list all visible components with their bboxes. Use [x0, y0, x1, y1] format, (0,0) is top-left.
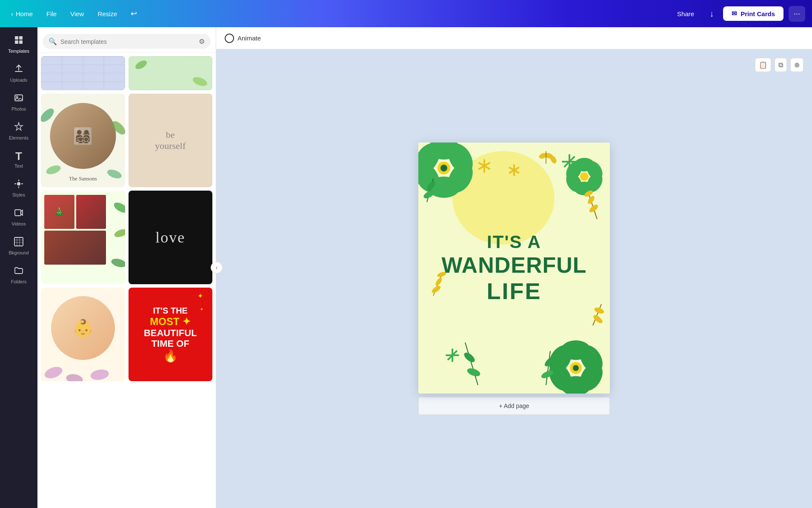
undo-button[interactable]: ↩	[126, 6, 141, 21]
view-label: View	[70, 10, 84, 17]
svg-line-76	[427, 179, 433, 202]
more-options-button[interactable]: ···	[789, 6, 805, 22]
notes-button[interactable]: 📋	[755, 58, 771, 72]
svg-point-65	[538, 152, 548, 160]
home-button[interactable]: ‹ Home	[7, 8, 37, 20]
sidebar-item-text[interactable]: T Text	[3, 146, 35, 173]
card-line1: IT'S A	[441, 232, 586, 252]
svg-rect-7	[15, 210, 21, 216]
svg-rect-61	[562, 161, 577, 163]
list-item[interactable]: love	[129, 191, 213, 284]
template-text-label: beyourself	[155, 129, 186, 151]
svg-point-84	[466, 367, 481, 378]
design-card[interactable]: IT'S A WANDERFUL LIFE	[418, 143, 610, 394]
print-cards-label: Print Cards	[741, 10, 775, 17]
list-item[interactable]: 👨‍👩‍👧‍👦 The Sansons	[41, 94, 125, 187]
templates-grid: 👨‍👩‍👧‍👦 The Sansons beyourself 🎄	[37, 53, 216, 508]
sidebar-item-templates[interactable]: Templates	[3, 31, 35, 58]
svg-point-47	[570, 362, 582, 374]
animate-label[interactable]: Animate	[237, 34, 261, 42]
svg-point-25	[113, 228, 125, 239]
template-subtitle-label: The Sansons	[41, 175, 125, 182]
background-icon	[14, 237, 24, 248]
sidebar-item-photos[interactable]: Photos	[3, 88, 35, 116]
envelope-icon: ✉	[732, 10, 737, 17]
download-button[interactable]: ↓	[705, 6, 718, 21]
svg-rect-57	[478, 162, 491, 170]
add-page-icon-button[interactable]: ⊕	[790, 58, 803, 72]
list-item[interactable]	[129, 56, 213, 90]
hide-panel-button[interactable]: ‹	[211, 262, 223, 274]
share-label: Share	[677, 10, 694, 17]
svg-line-69	[589, 194, 597, 219]
resize-menu-button[interactable]: Resize	[93, 8, 121, 20]
svg-rect-64	[446, 354, 459, 356]
file-menu-button[interactable]: File	[42, 8, 61, 20]
svg-point-80	[431, 285, 442, 294]
sidebar-item-label: Photos	[11, 106, 26, 111]
svg-point-32	[452, 151, 555, 245]
svg-point-74	[592, 314, 604, 325]
svg-point-44	[561, 376, 591, 394]
svg-point-52	[574, 182, 595, 195]
svg-point-22	[45, 164, 62, 176]
list-item[interactable]	[41, 56, 125, 90]
svg-rect-1	[19, 36, 23, 40]
svg-point-45	[544, 359, 576, 394]
svg-point-26	[110, 257, 125, 269]
photos-icon	[14, 93, 24, 105]
svg-rect-0	[15, 36, 18, 40]
page-tools: 📋 ⧉ ⊕	[755, 58, 803, 72]
sidebar-item-label: Styles	[12, 192, 25, 197]
sidebar-item-styles[interactable]: Styles	[3, 174, 35, 202]
print-cards-button[interactable]: ✉ Print Cards	[723, 6, 783, 21]
add-page-icon: ⊕	[794, 61, 800, 68]
svg-point-35	[443, 158, 477, 197]
svg-text:✦: ✦	[200, 306, 204, 312]
list-item[interactable]: 👶	[41, 288, 125, 381]
svg-point-72	[583, 189, 594, 198]
svg-point-39	[437, 162, 450, 174]
svg-rect-2	[15, 40, 18, 44]
sidebar-item-videos[interactable]: Videos	[3, 203, 35, 231]
svg-rect-89	[513, 164, 515, 176]
svg-point-50	[583, 158, 606, 183]
svg-rect-63	[447, 350, 457, 360]
svg-point-28	[66, 373, 84, 381]
videos-icon	[14, 208, 24, 220]
template-text-label: love	[155, 228, 185, 246]
list-item[interactable]: IT'S THE MOST ✦ BEAUTIFUL TIME OF 🔥 ✦ ✦	[129, 288, 213, 381]
share-button[interactable]: Share	[671, 8, 700, 20]
card-text: IT'S A WANDERFUL LIFE	[441, 232, 586, 304]
svg-rect-58	[478, 162, 491, 170]
topbar: ‹ Home File View Resize ↩ Share ↓ ✉ Prin…	[0, 0, 812, 27]
svg-line-86	[546, 351, 550, 385]
svg-point-41	[561, 340, 591, 360]
svg-point-55	[580, 172, 589, 181]
svg-point-67	[549, 154, 558, 164]
main-layout: Templates Uploads Photos	[0, 27, 812, 508]
svg-point-85	[463, 351, 477, 364]
sidebar-item-folders[interactable]: Folders	[3, 261, 35, 288]
templates-icon	[14, 35, 24, 47]
template-text-label: MOST ✦	[144, 316, 197, 328]
add-page-button[interactable]: + Add page	[418, 397, 610, 415]
duplicate-button[interactable]: ⧉	[775, 58, 787, 72]
svg-point-51	[583, 170, 606, 195]
sidebar-item-elements[interactable]: Elements	[3, 117, 35, 145]
folders-icon	[14, 265, 24, 277]
canvas-workspace[interactable]: 📋 ⧉ ⊕	[216, 49, 812, 508]
sidebar-item-uploads[interactable]: Uploads	[3, 60, 35, 87]
animate-icon	[225, 34, 234, 43]
svg-point-87	[540, 369, 554, 380]
svg-point-71	[586, 195, 596, 205]
svg-point-24	[112, 200, 125, 215]
list-item[interactable]: beyourself	[129, 94, 213, 187]
view-menu-button[interactable]: View	[66, 8, 88, 20]
filter-icon[interactable]: ⚙	[199, 37, 205, 46]
svg-point-38	[418, 143, 445, 178]
sidebar-item-background[interactable]: Bkground	[3, 232, 35, 260]
list-item[interactable]: 🎄	[41, 191, 125, 284]
search-input[interactable]	[60, 38, 195, 45]
svg-point-27	[43, 365, 64, 380]
